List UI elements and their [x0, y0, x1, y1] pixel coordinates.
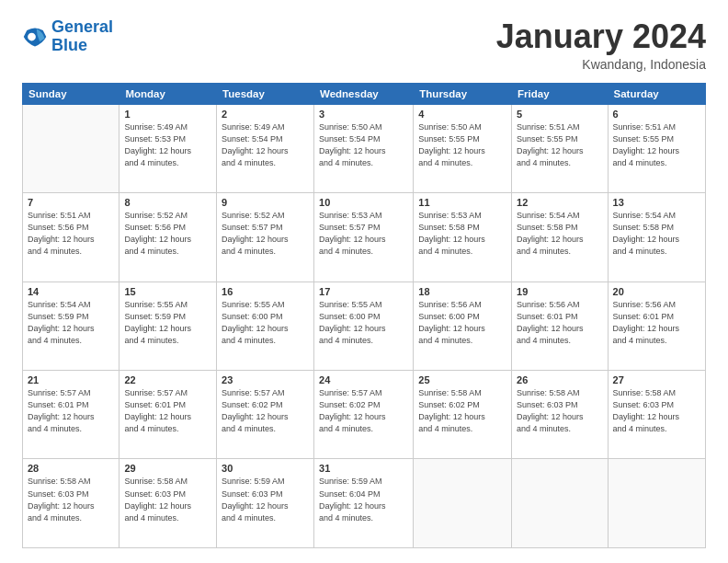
- sunset-text: Sunset: 6:04 PM: [319, 488, 408, 500]
- sunset-text: Sunset: 5:54 PM: [222, 133, 309, 145]
- day-number: 10: [319, 197, 408, 208]
- table-row: 4Sunrise: 5:50 AMSunset: 5:55 PMDaylight…: [414, 104, 512, 192]
- sunset-text: Sunset: 5:57 PM: [319, 222, 408, 234]
- table-row: 21Sunrise: 5:57 AMSunset: 6:01 PMDayligh…: [23, 371, 119, 459]
- day-number: 4: [418, 109, 506, 120]
- table-row: 9Sunrise: 5:52 AMSunset: 5:57 PMDaylight…: [217, 193, 314, 282]
- table-row: 3Sunrise: 5:50 AMSunset: 5:54 PMDaylight…: [314, 104, 414, 192]
- daylight-text-cont: and 4 minutes.: [222, 246, 309, 258]
- day-info: Sunrise: 5:51 AMSunset: 5:56 PMDaylight:…: [28, 210, 114, 258]
- sunset-text: Sunset: 6:03 PM: [517, 399, 603, 411]
- daylight-text: Daylight: 12 hours: [124, 145, 211, 157]
- day-info: Sunrise: 5:53 AMSunset: 5:57 PMDaylight:…: [319, 210, 408, 258]
- day-number: 29: [124, 463, 211, 474]
- sunset-text: Sunset: 6:02 PM: [222, 399, 309, 411]
- sunset-text: Sunset: 6:03 PM: [222, 488, 309, 500]
- month-title: January 2024: [496, 18, 706, 55]
- day-info: Sunrise: 5:51 AMSunset: 5:55 PMDaylight:…: [613, 121, 700, 169]
- logo-icon: [22, 24, 48, 50]
- table-row: 1Sunrise: 5:49 AMSunset: 5:53 PMDaylight…: [119, 104, 217, 192]
- sunset-text: Sunset: 5:58 PM: [613, 222, 700, 234]
- table-row: 2Sunrise: 5:49 AMSunset: 5:54 PMDaylight…: [217, 104, 314, 192]
- sunrise-text: Sunrise: 5:58 AM: [124, 476, 211, 488]
- daylight-text: Daylight: 12 hours: [124, 323, 211, 335]
- table-row: [23, 104, 119, 192]
- day-info: Sunrise: 5:50 AMSunset: 5:54 PMDaylight:…: [319, 121, 408, 169]
- table-row: 28Sunrise: 5:58 AMSunset: 6:03 PMDayligh…: [23, 459, 119, 548]
- daylight-text: Daylight: 12 hours: [124, 411, 211, 423]
- logo: General Blue: [22, 18, 113, 55]
- day-number: 27: [613, 374, 700, 385]
- daylight-text: Daylight: 12 hours: [222, 234, 309, 246]
- daylight-text-cont: and 4 minutes.: [222, 512, 309, 524]
- daylight-text-cont: and 4 minutes.: [517, 246, 603, 258]
- table-row: 16Sunrise: 5:55 AMSunset: 6:00 PMDayligh…: [217, 282, 314, 370]
- table-row: [608, 459, 705, 548]
- day-info: Sunrise: 5:51 AMSunset: 5:55 PMDaylight:…: [517, 121, 603, 169]
- day-number: 21: [28, 374, 114, 385]
- daylight-text: Daylight: 12 hours: [319, 411, 408, 423]
- sunrise-text: Sunrise: 5:57 AM: [222, 387, 309, 399]
- table-row: 19Sunrise: 5:56 AMSunset: 6:01 PMDayligh…: [512, 282, 609, 370]
- col-sunday: Sunday: [23, 83, 119, 104]
- logo-text: General Blue: [51, 18, 113, 55]
- day-number: 31: [319, 463, 408, 474]
- day-info: Sunrise: 5:55 AMSunset: 6:00 PMDaylight:…: [319, 299, 408, 347]
- daylight-text-cont: and 4 minutes.: [613, 246, 700, 258]
- col-saturday: Saturday: [608, 83, 705, 104]
- day-number: 14: [28, 286, 114, 297]
- daylight-text: Daylight: 12 hours: [124, 234, 211, 246]
- sunrise-text: Sunrise: 5:49 AM: [222, 121, 309, 133]
- table-row: 7Sunrise: 5:51 AMSunset: 5:56 PMDaylight…: [23, 193, 119, 282]
- daylight-text: Daylight: 12 hours: [613, 323, 700, 335]
- sunrise-text: Sunrise: 5:56 AM: [517, 299, 603, 311]
- calendar-table: Sunday Monday Tuesday Wednesday Thursday…: [22, 83, 706, 548]
- sunrise-text: Sunrise: 5:52 AM: [222, 210, 309, 222]
- day-info: Sunrise: 5:58 AMSunset: 6:03 PMDaylight:…: [517, 387, 603, 435]
- calendar-week-4: 21Sunrise: 5:57 AMSunset: 6:01 PMDayligh…: [23, 371, 706, 459]
- sunrise-text: Sunrise: 5:58 AM: [613, 387, 700, 399]
- sunrise-text: Sunrise: 5:52 AM: [124, 210, 211, 222]
- sunrise-text: Sunrise: 5:50 AM: [418, 121, 506, 133]
- sunrise-text: Sunrise: 5:58 AM: [418, 387, 506, 399]
- sunset-text: Sunset: 6:01 PM: [517, 311, 603, 323]
- day-number: 17: [319, 286, 408, 297]
- day-number: 9: [222, 197, 309, 208]
- day-info: Sunrise: 5:58 AMSunset: 6:03 PMDaylight:…: [124, 476, 211, 523]
- day-info: Sunrise: 5:56 AMSunset: 6:00 PMDaylight:…: [418, 299, 506, 347]
- table-row: 14Sunrise: 5:54 AMSunset: 5:59 PMDayligh…: [23, 282, 119, 370]
- table-row: 25Sunrise: 5:58 AMSunset: 6:02 PMDayligh…: [414, 371, 512, 459]
- sunrise-text: Sunrise: 5:51 AM: [28, 210, 114, 222]
- daylight-text-cont: and 4 minutes.: [222, 423, 309, 435]
- daylight-text-cont: and 4 minutes.: [124, 157, 211, 169]
- table-row: 23Sunrise: 5:57 AMSunset: 6:02 PMDayligh…: [217, 371, 314, 459]
- table-row: 13Sunrise: 5:54 AMSunset: 5:58 PMDayligh…: [608, 193, 705, 282]
- sunrise-text: Sunrise: 5:51 AM: [613, 121, 700, 133]
- day-number: 19: [517, 286, 603, 297]
- sunset-text: Sunset: 5:59 PM: [124, 311, 211, 323]
- daylight-text-cont: and 4 minutes.: [418, 423, 506, 435]
- table-row: 22Sunrise: 5:57 AMSunset: 6:01 PMDayligh…: [119, 371, 217, 459]
- sunrise-text: Sunrise: 5:54 AM: [517, 210, 603, 222]
- daylight-text: Daylight: 12 hours: [517, 234, 603, 246]
- sunrise-text: Sunrise: 5:56 AM: [613, 299, 700, 311]
- table-row: 15Sunrise: 5:55 AMSunset: 5:59 PMDayligh…: [119, 282, 217, 370]
- sunrise-text: Sunrise: 5:51 AM: [517, 121, 603, 133]
- daylight-text-cont: and 4 minutes.: [124, 512, 211, 524]
- daylight-text: Daylight: 12 hours: [319, 323, 408, 335]
- daylight-text-cont: and 4 minutes.: [418, 246, 506, 258]
- daylight-text-cont: and 4 minutes.: [613, 423, 700, 435]
- sunset-text: Sunset: 6:02 PM: [319, 399, 408, 411]
- sunrise-text: Sunrise: 5:55 AM: [222, 299, 309, 311]
- day-number: 25: [418, 374, 506, 385]
- day-info: Sunrise: 5:54 AMSunset: 5:59 PMDaylight:…: [28, 299, 114, 347]
- daylight-text: Daylight: 12 hours: [517, 323, 603, 335]
- table-row: [512, 459, 609, 548]
- day-info: Sunrise: 5:54 AMSunset: 5:58 PMDaylight:…: [613, 210, 700, 258]
- daylight-text-cont: and 4 minutes.: [613, 157, 700, 169]
- sunset-text: Sunset: 5:58 PM: [418, 222, 506, 234]
- day-number: 23: [222, 374, 309, 385]
- day-number: 3: [319, 109, 408, 120]
- daylight-text-cont: and 4 minutes.: [28, 335, 114, 347]
- day-number: 1: [124, 109, 211, 120]
